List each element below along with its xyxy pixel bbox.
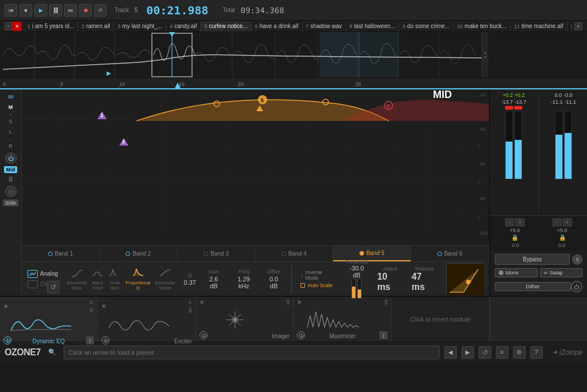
track-item-3[interactable]: 3my last night_... xyxy=(114,21,166,32)
band-1-tab[interactable]: Band 1 xyxy=(22,246,100,261)
side-badge[interactable]: Side xyxy=(3,199,18,206)
band-5-power[interactable] xyxy=(359,251,364,256)
module-1-close[interactable]: ✕ xyxy=(3,303,8,309)
module-5-empty[interactable]: Click to insert module xyxy=(392,297,490,342)
track-item-10[interactable]: 10make ten buck... xyxy=(453,21,510,32)
left-minus-btn[interactable]: - xyxy=(505,218,514,226)
preset-prev-button[interactable]: ◀ xyxy=(444,346,457,359)
right-minus-btn[interactable]: - xyxy=(553,218,562,226)
freq-param-value[interactable]: 1.29 kHz xyxy=(232,276,256,289)
s-button[interactable]: S xyxy=(6,117,15,126)
thresh-fader-1[interactable] xyxy=(351,279,356,299)
ruler[interactable]: 0 5 10 15 20 25 xyxy=(0,78,587,89)
module-2-power[interactable]: ⏻ xyxy=(101,336,109,344)
module-1-settings-icon[interactable]: ⚙ xyxy=(89,307,94,313)
skip-forward-button[interactable]: ⏭ xyxy=(64,4,77,17)
band-4-tab[interactable]: Band 4 xyxy=(255,246,333,261)
offset-value[interactable]: 0.0 dB xyxy=(265,276,283,289)
band-6-tab[interactable]: Band 6 xyxy=(411,246,489,261)
module-1-pause[interactable]: ‖ xyxy=(86,336,94,344)
preset-search-input[interactable] xyxy=(64,346,440,359)
right-lock-icon[interactable]: 🔒 xyxy=(559,234,566,241)
band-2-power[interactable] xyxy=(126,252,130,256)
bypass-button[interactable]: Bypass xyxy=(495,254,570,265)
link-icon[interactable]: 8 xyxy=(9,175,13,183)
module-2-list-icon[interactable]: ≡ xyxy=(189,299,192,305)
module-4-power[interactable]: ⏻ xyxy=(297,331,305,339)
gain-value[interactable]: 2.6 dB xyxy=(205,276,223,289)
track-item-9[interactable]: 9do some crime... xyxy=(399,21,453,32)
module-3-settings-icon[interactable]: $ xyxy=(287,299,290,305)
band-3-tab[interactable]: Band 3 xyxy=(178,246,256,261)
module-3-power[interactable]: ⏻ xyxy=(199,331,208,339)
filter-peak-bell[interactable]: PeakBell xyxy=(108,268,121,291)
inverse-mode-label[interactable]: Inverse Mode xyxy=(305,269,336,281)
release-value[interactable]: 47 ms xyxy=(412,272,437,292)
ruler-track[interactable]: 0 5 10 15 20 25 xyxy=(0,78,587,88)
track-item-4[interactable]: 4candy.aif xyxy=(166,21,201,32)
track-scroll-right[interactable]: ▸ xyxy=(574,22,582,30)
attack-value[interactable]: 10 ms xyxy=(377,272,403,292)
filter-band-shelf[interactable]: BandShelf xyxy=(91,268,104,291)
mono-button[interactable]: Mono xyxy=(495,268,538,277)
auto-scale-label[interactable]: Auto Scale xyxy=(307,283,332,288)
left-plus-btn[interactable]: + xyxy=(515,218,525,226)
band-1-power[interactable] xyxy=(48,252,53,256)
thresh-fader-2[interactable] xyxy=(357,279,362,299)
m-button[interactable]: M xyxy=(6,103,15,111)
analog-button[interactable]: Analog xyxy=(28,270,58,278)
track-item-5[interactable]: 5curfew notice... xyxy=(201,21,251,32)
remove-track-button[interactable]: ✕ xyxy=(13,22,22,31)
module-4-settings-icon[interactable]: $ xyxy=(385,299,388,305)
r-button[interactable]: R xyxy=(6,142,15,150)
track-item-6[interactable]: 6have a drink.aif xyxy=(252,21,303,32)
track-scroll-left[interactable]: + xyxy=(5,22,13,30)
stop-button[interactable]: ■ xyxy=(19,4,32,17)
help-button[interactable]: ? xyxy=(530,346,543,359)
module-2-close[interactable]: ✕ xyxy=(101,303,106,309)
dither-button[interactable]: Dither xyxy=(495,282,571,291)
band-6-power[interactable] xyxy=(437,252,442,256)
eq-power-button[interactable]: ⏻ xyxy=(5,152,17,164)
threshold-value[interactable]: -30.0 dB xyxy=(345,265,369,279)
module-2-settings-icon[interactable]: $ xyxy=(189,307,192,313)
left-lock-icon[interactable]: 🔒 xyxy=(511,234,518,241)
preset-number[interactable]: 9 xyxy=(572,254,582,265)
eq-power-button-2[interactable]: ⏻ xyxy=(5,186,17,197)
waveform-scrollbar[interactable]: ▲ ▼ xyxy=(482,32,488,77)
filter-baxandall-bass[interactable]: BaxandallBass xyxy=(66,268,87,291)
track-item-2[interactable]: 2ramen.aif xyxy=(78,21,114,32)
insert-module-button[interactable]: Click to insert module xyxy=(405,299,476,339)
mid-badge[interactable]: Mid xyxy=(4,166,18,173)
band-2-tab[interactable]: Band 2 xyxy=(100,246,178,261)
filter-proportional-q[interactable]: ProportionalQ xyxy=(126,268,150,291)
track-item-1[interactable]: 1i am 5 years ol... xyxy=(24,21,78,32)
preset-list-button[interactable]: ≡ xyxy=(496,346,508,359)
module-1-power[interactable]: ⏻ xyxy=(3,336,11,344)
preset-undo-button[interactable]: ↺ xyxy=(479,346,491,359)
skip-back-button[interactable]: ⏮ xyxy=(5,4,17,17)
track-item-11[interactable]: 11time machine.aif xyxy=(511,21,568,32)
track-item-12[interactable]: 12another one f... xyxy=(568,21,573,32)
swap-button[interactable]: ∞ Swap xyxy=(540,268,583,277)
waveform-canvas[interactable] xyxy=(0,32,482,77)
module-4-pause[interactable]: ‖ xyxy=(379,331,388,339)
preset-settings-button[interactable]: ⚙ xyxy=(513,346,526,359)
play-button[interactable]: ▶ xyxy=(34,4,47,17)
track-item-8[interactable]: 8last halloween... xyxy=(346,21,400,32)
module-3-close[interactable]: ✕ xyxy=(199,299,204,305)
preset-next-button[interactable]: ▶ xyxy=(461,346,474,359)
pause-button[interactable] xyxy=(49,4,62,17)
undo-button[interactable]: ↺ xyxy=(47,281,60,293)
dither-power-button[interactable]: ⏻ xyxy=(571,281,582,292)
band-3-power[interactable] xyxy=(204,252,208,256)
module-4-close[interactable]: ✕ xyxy=(297,299,302,305)
right-plus-btn[interactable]: + xyxy=(563,218,572,226)
auto-scale-checkbox[interactable] xyxy=(300,283,305,288)
eq-graph[interactable]: 20 40 60 80 100 2 2 4 6 xyxy=(22,89,489,238)
loop-button[interactable]: ↺ xyxy=(94,4,107,17)
module-1-list-icon[interactable]: ≡ xyxy=(89,299,93,305)
q-value[interactable]: 0.37 xyxy=(184,279,196,286)
track-item-7[interactable]: 7shadow wav xyxy=(303,21,346,32)
l-button[interactable]: L xyxy=(6,128,15,136)
